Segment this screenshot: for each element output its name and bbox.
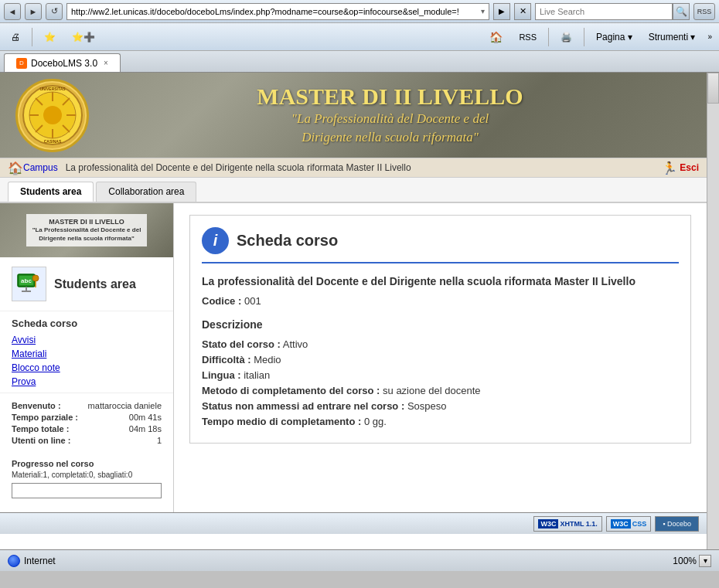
w3c-label: W3C — [538, 519, 558, 529]
stato-value: Attivo — [283, 338, 308, 350]
address-bar: ▾ — [66, 3, 489, 20]
codice-row: Codice : 001 — [202, 295, 679, 307]
status-value: Sospeso — [407, 400, 447, 412]
docebo-label: ▪ Docebo — [659, 518, 694, 529]
svg-point-18 — [32, 275, 39, 281]
difficolta-row: Difficoltà : Medio — [202, 354, 679, 365]
sidebar-link-prova[interactable]: Prova — [12, 375, 162, 389]
benvenuto-value: mattaroccia daniele — [88, 401, 162, 410]
sidebar: MASTER DI II LIVELLO "La Professionalità… — [0, 203, 174, 512]
browser-tab[interactable]: D DoceboLMS 3.0 × — [4, 53, 121, 72]
svg-text:UNIVERSITAS: UNIVERSITAS — [39, 87, 66, 91]
utenti-value: 1 — [157, 436, 162, 445]
refresh-button[interactable]: ↺ — [46, 3, 63, 20]
sidebar-banner-inner: MASTER DI II LIVELLO "La Professionalità… — [26, 214, 148, 246]
esci-link[interactable]: 🏃 Esci — [662, 161, 699, 175]
sidebar-link-avvisi[interactable]: Avvisi — [12, 333, 162, 347]
search-icon: 🔍 — [676, 6, 687, 17]
header-text: MASTER DI II LIVELLO "La Professionalità… — [89, 83, 691, 147]
sidebar-section-title: Scheda corso — [12, 318, 162, 329]
scheda-header: i Scheda corso — [202, 227, 679, 263]
students-label: Students area — [54, 277, 136, 291]
favorites-star[interactable]: ⭐ — [37, 26, 63, 48]
campus-link[interactable]: Campus — [23, 162, 58, 173]
lingua-label: Lingua : — [202, 369, 241, 381]
sidebar-link-materiali[interactable]: Materiali — [12, 347, 162, 361]
home-button[interactable]: 🏠 — [482, 26, 509, 48]
sidebar-banner-title: MASTER DI II LIVELLO — [32, 218, 141, 227]
printer-icon: 🖨 — [11, 32, 20, 42]
search-bar: 🔍 — [535, 3, 690, 20]
course-name: La professionalità del Docente e del Dir… — [202, 275, 679, 287]
go-button[interactable]: ▶ — [493, 3, 510, 20]
docebo-badge[interactable]: ▪ Docebo — [655, 516, 699, 532]
tempo-row: Tempo medio di completamento : 0 gg. — [202, 416, 679, 427]
stato-label: Stato del corso : — [202, 338, 281, 350]
page-status-bar: W3C XHTML 1.1. W3C CSS ▪ Docebo — [0, 512, 707, 534]
main-content: i Scheda corso La professionalità del Do… — [174, 203, 707, 512]
stato-row: Stato del corso : Attivo — [202, 338, 679, 350]
scrollbar-thumb[interactable] — [707, 73, 719, 104]
internet-indicator: Internet — [8, 555, 56, 567]
metodo-value: su azione del docente — [383, 385, 480, 396]
forward-button[interactable]: ► — [25, 3, 42, 20]
tempo-parziale-row: Tempo parziale : 00m 41s — [12, 413, 162, 422]
tempo-parziale-value: 00m 41s — [129, 413, 162, 422]
rss-feed-button[interactable]: RSS — [512, 26, 544, 48]
breadcrumb: La professionalità del Docente e del Dir… — [66, 162, 411, 173]
content-tabs: Students area Collaboration area — [0, 178, 707, 202]
sidebar-info: Benvenuto : mattaroccia daniele Tempo pa… — [0, 393, 173, 455]
info-icon: i — [202, 227, 229, 254]
tab-collaboration-area[interactable]: Collaboration area — [96, 182, 196, 202]
tempo-medio-value: 0 gg. — [364, 416, 387, 427]
codice-value: 001 — [244, 295, 261, 307]
sidebar-students-section: abc Students area — [0, 257, 173, 311]
add-favorites[interactable]: ⭐➕ — [65, 26, 102, 48]
back-button[interactable]: ◄ — [4, 3, 21, 20]
tempo-parziale-label: Tempo parziale : — [12, 413, 78, 422]
w3c-css-badge[interactable]: W3C CSS — [606, 516, 652, 532]
status-row: Status non ammessi ad entrare nel corso … — [202, 400, 679, 412]
benvenuto-row: Benvenuto : mattaroccia daniele — [12, 401, 162, 410]
address-dropdown-icon[interactable]: ▾ — [481, 7, 485, 15]
tempo-totale-value: 04m 18s — [129, 424, 162, 433]
bottom-bar: Internet 100% ▾ — [0, 549, 719, 571]
search-go-button[interactable]: 🔍 — [673, 3, 690, 20]
page-wrapper: UNIVERSITAS CASINAS MASTER DI II LIVELLO… — [0, 73, 719, 549]
zoom-control: 100% ▾ — [673, 555, 711, 567]
scheda-title: Scheda corso — [237, 232, 338, 250]
tab-close-button[interactable]: × — [104, 59, 108, 67]
rss-button[interactable]: RSS — [693, 3, 715, 20]
header-subtitle: "La Professionalità del Docente e del Di… — [89, 110, 691, 147]
page-menu[interactable]: Pagina ▾ — [589, 26, 639, 48]
tempo-totale-row: Tempo totale : 04m 18s — [12, 424, 162, 433]
benvenuto-label: Benvenuto : — [12, 401, 61, 410]
print-button[interactable]: 🖨️ — [554, 26, 579, 48]
metodo-label: Metodo di completamento del corso : — [202, 385, 380, 396]
extra-button[interactable]: » — [704, 26, 715, 48]
sidebar-link-blocco-note[interactable]: Blocco note — [12, 361, 162, 375]
esci-icon: 🏃 — [662, 161, 677, 175]
svg-text:CASINAS: CASINAS — [43, 139, 61, 144]
header-title: MASTER DI II LIVELLO — [89, 83, 691, 110]
toolbar-sep1 — [32, 28, 32, 46]
utenti-label: Utenti on line : — [12, 436, 70, 445]
content-border: i Scheda corso La professionalità del Do… — [189, 215, 691, 444]
address-input[interactable] — [71, 7, 481, 16]
students-icon: abc — [12, 267, 46, 301]
w3c-xhtml-badge[interactable]: W3C XHTML 1.1. — [533, 516, 601, 532]
tab-students-area[interactable]: Students area — [8, 182, 94, 202]
zoom-label: 100% — [673, 556, 697, 566]
campus-icon: 🏠 — [8, 161, 23, 175]
difficolta-label: Difficoltà : — [202, 354, 251, 365]
progress-bar — [12, 483, 162, 498]
toolbar-sep2 — [548, 28, 549, 46]
progress-label: Progresso nel corso — [12, 459, 162, 468]
tools-menu[interactable]: Strumenti ▾ — [642, 26, 703, 48]
printer-icon-btn[interactable]: 🖨 — [4, 26, 27, 48]
zoom-dropdown-button[interactable]: ▾ — [699, 555, 711, 567]
university-logo: UNIVERSITAS CASINAS — [15, 79, 89, 152]
stop-button[interactable]: ✕ — [514, 3, 531, 20]
search-input[interactable] — [535, 3, 673, 20]
main-layout: MASTER DI II LIVELLO "La Professionalità… — [0, 202, 707, 512]
